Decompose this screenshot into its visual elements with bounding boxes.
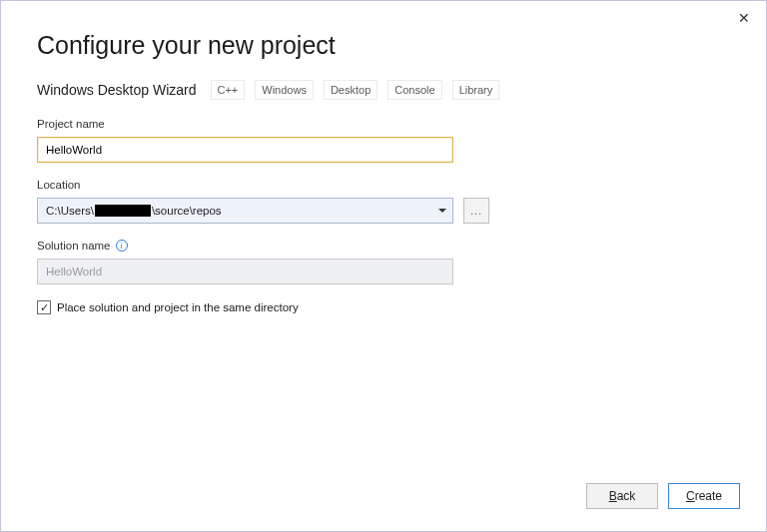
tag-cpp: C++ bbox=[211, 80, 246, 100]
solution-name-input: HelloWorld bbox=[37, 259, 453, 284]
footer-buttons: Back Create bbox=[586, 483, 740, 509]
info-icon[interactable]: i bbox=[116, 240, 128, 252]
solution-name-label: Solution name bbox=[37, 240, 111, 252]
configure-project-form: Configure your new project Windows Deskt… bbox=[1, 1, 766, 314]
chevron-down-icon bbox=[438, 209, 446, 213]
back-button[interactable]: Back bbox=[586, 483, 658, 509]
redacted-username bbox=[95, 205, 151, 217]
project-name-label: Project name bbox=[37, 118, 730, 130]
location-value: C:\Users\\source\repos bbox=[46, 205, 222, 218]
close-icon[interactable]: ✕ bbox=[736, 11, 752, 27]
tag-desktop: Desktop bbox=[324, 80, 378, 100]
project-name-field: Project name bbox=[37, 118, 730, 163]
location-label: Location bbox=[37, 179, 730, 191]
tag-library: Library bbox=[452, 80, 500, 100]
tag-windows: Windows bbox=[255, 80, 314, 100]
template-name: Windows Desktop Wizard bbox=[37, 82, 197, 98]
template-header-row: Windows Desktop Wizard C++ Windows Deskt… bbox=[37, 80, 730, 100]
tag-console: Console bbox=[387, 80, 441, 100]
project-name-input[interactable] bbox=[37, 137, 453, 163]
same-directory-label: Place solution and project in the same d… bbox=[57, 301, 299, 313]
location-field: Location C:\Users\\source\repos ... bbox=[37, 179, 730, 224]
solution-name-field: Solution name i HelloWorld bbox=[37, 240, 730, 284]
same-directory-checkbox[interactable]: ✓ bbox=[37, 300, 51, 314]
location-combo[interactable]: C:\Users\\source\repos bbox=[37, 198, 453, 224]
same-directory-row: ✓ Place solution and project in the same… bbox=[37, 300, 730, 314]
page-title: Configure your new project bbox=[37, 31, 730, 60]
browse-button[interactable]: ... bbox=[463, 198, 489, 224]
create-button[interactable]: Create bbox=[668, 483, 740, 509]
